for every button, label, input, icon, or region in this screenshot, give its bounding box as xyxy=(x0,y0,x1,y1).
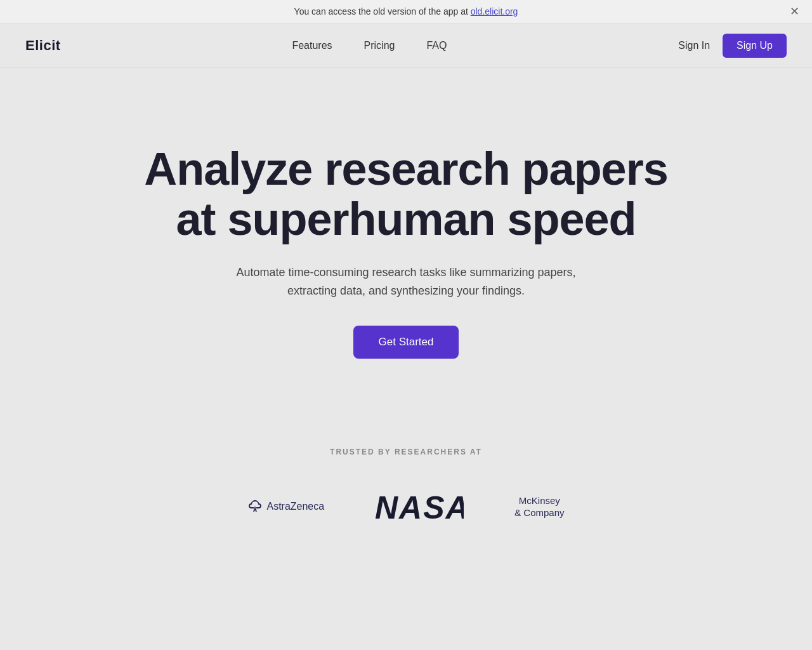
nav-links: Features Pricing FAQ xyxy=(292,40,447,51)
mckinsey-logo: McKinsey & Company xyxy=(514,494,564,519)
banner-text: You can access the old version of the ap… xyxy=(294,6,518,17)
nav-logo[interactable]: Elicit xyxy=(25,37,61,54)
faq-link[interactable]: FAQ xyxy=(426,40,447,51)
nav-item-faq[interactable]: FAQ xyxy=(426,40,447,51)
announcement-banner: You can access the old version of the ap… xyxy=(0,0,812,23)
mckinsey-ampersand: & Company xyxy=(514,507,564,519)
pricing-link[interactable]: Pricing xyxy=(364,40,395,51)
svg-text:NASA: NASA xyxy=(375,490,464,523)
mckinsey-name: McKinsey xyxy=(519,494,560,507)
nav-actions: Sign In Sign Up xyxy=(678,34,787,58)
banner-close-button[interactable]: ✕ xyxy=(790,6,799,17)
sign-in-button[interactable]: Sign In xyxy=(678,40,710,51)
astrazeneca-text: AstraZeneca xyxy=(266,501,324,512)
features-link[interactable]: Features xyxy=(292,40,332,51)
hero-subtitle: Automate time-consuming research tasks l… xyxy=(228,263,584,300)
logo-row: AstraZeneca NASA McKinsey & Company xyxy=(247,488,564,526)
astrazeneca-logo: AstraZeneca xyxy=(247,499,324,514)
nav-item-features[interactable]: Features xyxy=(292,40,332,51)
nasa-svg: NASA xyxy=(375,488,464,523)
navbar: Elicit Features Pricing FAQ Sign In Sign… xyxy=(0,23,812,68)
sign-up-button[interactable]: Sign Up xyxy=(723,34,787,58)
banner-main-text: You can access the old version of the ap… xyxy=(294,6,471,17)
hero-section: Analyze research papers at superhuman sp… xyxy=(0,68,812,409)
get-started-button[interactable]: Get Started xyxy=(353,326,459,359)
banner-link[interactable]: old.elicit.org xyxy=(471,6,518,17)
nav-item-pricing[interactable]: Pricing xyxy=(364,40,395,51)
astrazeneca-icon xyxy=(247,499,263,514)
trusted-label: TRUSTED BY RESEARCHERS AT xyxy=(330,448,482,456)
trusted-section: TRUSTED BY RESEARCHERS AT AstraZeneca NA… xyxy=(0,409,812,576)
nasa-logo: NASA xyxy=(375,488,464,526)
hero-title: Analyze research papers at superhuman sp… xyxy=(121,144,691,244)
